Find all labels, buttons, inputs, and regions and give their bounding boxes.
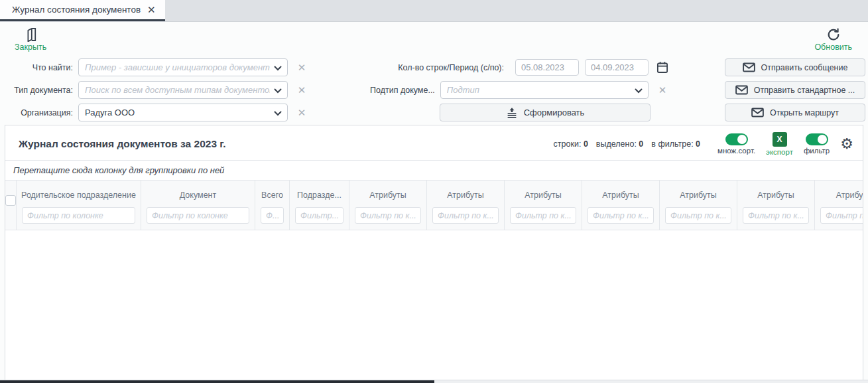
column-header[interactable]: Атрибуты Фильтр по к...	[582, 181, 660, 230]
stat-selected: выделено: 0	[596, 139, 643, 149]
tab-close-icon[interactable]: ✕	[147, 4, 156, 16]
export-label: экспорт	[766, 148, 793, 156]
filter-left-column: Что найти: Пример - зависшие у инициатор…	[5, 58, 308, 126]
filter-toggle[interactable]: фильтр	[804, 133, 830, 155]
panel-header: Журнал состояния документов за 2023 г. с…	[5, 125, 863, 160]
filter-middle-column: Кол-во строк/Период (с/по): 05.08.2023 0…	[370, 58, 668, 126]
generate-button[interactable]: Сформировать	[440, 104, 651, 121]
app-window: Журнал состояния документов ✕ Закрыть Об…	[0, 0, 868, 383]
chevron-down-icon[interactable]	[635, 88, 643, 94]
column-header-label: Атрибуты	[660, 181, 737, 207]
clear-org-icon[interactable]: ✕	[296, 107, 308, 119]
what-placeholder: Пример - зависшие у инициаторов документ…	[85, 62, 270, 72]
clear-what-icon[interactable]: ✕	[296, 62, 308, 74]
group-by-dropzone[interactable]: Перетащите сюда колонку для группировки …	[5, 160, 863, 180]
horizontal-scrollbar[interactable]	[0, 380, 868, 383]
close-button-label: Закрыть	[15, 42, 46, 52]
doctype-placeholder: Поиск по всем доступным типам документов	[85, 85, 270, 95]
refresh-icon	[826, 27, 841, 42]
column-header[interactable]: Родительское подразделение Фильтр по кол…	[17, 181, 141, 230]
column-header[interactable]: Атрибуты Фильтр по к...	[815, 181, 863, 230]
calendar-icon[interactable]	[656, 61, 668, 74]
journal-panel: Журнал состояния документов за 2023 г. с…	[5, 125, 863, 383]
column-header-label: Атрибуты	[815, 181, 863, 207]
toolbar: Закрыть Обновить	[0, 22, 868, 56]
subtype-label: Подтип докуме...	[370, 86, 440, 95]
column-filter-input[interactable]: Фильтр по к...	[432, 207, 499, 224]
org-select[interactable]: Радуга ООО	[78, 104, 288, 121]
generate-icon	[506, 107, 518, 119]
excel-icon[interactable]: X	[773, 132, 787, 147]
column-filter-input[interactable]: Фильтр по к...	[743, 207, 809, 224]
column-filter-input[interactable]: Фильтр по к...	[355, 207, 421, 224]
column-filter-input[interactable]: Ф...	[261, 207, 284, 224]
column-filter-input[interactable]: Фильтр по колонке	[22, 207, 135, 224]
door-icon	[25, 27, 36, 42]
column-header-label: Атрибуты	[582, 181, 659, 207]
export-button[interactable]: X экспорт	[766, 132, 793, 156]
column-header[interactable]: Документ Фильтр по колонке	[141, 181, 255, 230]
stat-filtered: в фильтре: 0	[651, 139, 700, 149]
toggle-on-icon[interactable]	[806, 133, 828, 145]
send-standard-label: Отправить стандартное ...	[754, 86, 855, 95]
horizontal-scrollbar-thumb[interactable]	[0, 380, 434, 383]
date-to-input[interactable]: 04.09.2023	[585, 59, 649, 76]
column-header[interactable]: Подразде... Фильтр...	[290, 181, 349, 230]
column-header[interactable]: Атрибуты Фильтр по к...	[349, 181, 427, 230]
clear-doctype-icon[interactable]: ✕	[296, 84, 308, 96]
refresh-button-label: Обновить	[814, 42, 852, 52]
column-filter-input[interactable]: Фильтр по колонке	[147, 207, 249, 224]
open-route-label: Открыть маршрут	[770, 108, 839, 117]
column-header[interactable]: Атрибуты Фильтр по к...	[505, 181, 582, 230]
column-header-label: Атрибуты	[737, 181, 814, 207]
panel-title: Журнал состояния документов за 2023 г.	[19, 138, 226, 150]
column-filter-input[interactable]: Фильтр по к...	[588, 207, 654, 224]
column-header[interactable]: Атрибуты Фильтр по к...	[737, 181, 815, 230]
column-header-label: Атрибуты	[427, 181, 504, 207]
filter-area: Что найти: Пример - зависшие у инициатор…	[0, 56, 868, 125]
doctype-select[interactable]: Поиск по всем доступным типам документов	[78, 81, 288, 99]
multisort-toggle[interactable]: множ.сорт.	[717, 133, 755, 155]
grid-stats: строки: 0 выделено: 0 в фильтре: 0	[554, 139, 700, 149]
clear-subtype-icon[interactable]: ✕	[656, 84, 668, 96]
close-button[interactable]: Закрыть	[15, 27, 46, 52]
gear-icon[interactable]: ⚙	[840, 137, 853, 151]
subtype-select[interactable]: Подтип	[440, 81, 649, 99]
column-header-label: Документ	[141, 181, 255, 207]
table-columns: Родительское подразделение Фильтр по кол…	[17, 181, 863, 230]
what-label: Что найти:	[5, 63, 78, 72]
date-from-input[interactable]: 05.08.2023	[515, 59, 579, 76]
column-filter-input[interactable]: Фильтр по к...	[665, 207, 731, 224]
chevron-down-icon[interactable]	[274, 111, 282, 116]
period-label: Кол-во строк/Период (с/по):	[398, 63, 509, 72]
panel-header-controls: строки: 0 выделено: 0 в фильтре: 0 множ.…	[554, 132, 853, 156]
filter-right-column: Отправить сообщение Отправить стандартно…	[725, 58, 865, 126]
tab-label: Журнал состояния документов	[12, 5, 141, 15]
column-header[interactable]: Всего Ф...	[255, 181, 290, 230]
envelope-icon	[743, 62, 755, 72]
column-filter-input[interactable]: Фильтр по к...	[820, 207, 863, 224]
table-header-row: Родительское подразделение Фильтр по кол…	[5, 180, 863, 230]
select-all-cell	[5, 181, 17, 230]
column-header-label: Атрибуты	[349, 181, 426, 207]
refresh-button[interactable]: Обновить	[814, 27, 852, 52]
what-select[interactable]: Пример - зависшие у инициаторов документ…	[78, 58, 288, 76]
tab-journal[interactable]: Журнал состояния документов ✕	[0, 0, 165, 21]
open-route-button[interactable]: Открыть маршрут	[725, 104, 865, 121]
column-header[interactable]: Атрибуты Фильтр по к...	[660, 181, 737, 230]
column-header[interactable]: Атрибуты Фильтр по к...	[427, 181, 505, 230]
column-filter-input[interactable]: Фильтр...	[295, 207, 343, 224]
send-message-button[interactable]: Отправить сообщение	[725, 58, 865, 76]
subtype-placeholder: Подтип	[447, 85, 631, 95]
chevron-down-icon[interactable]	[274, 88, 282, 94]
column-filter-input[interactable]: Фильтр по к...	[510, 207, 576, 224]
chevron-down-icon[interactable]	[274, 66, 282, 71]
generate-button-label: Сформировать	[524, 108, 585, 117]
org-label: Организация:	[5, 108, 78, 117]
select-all-checkbox[interactable]	[5, 195, 16, 206]
multisort-toggle-label: множ.сорт.	[717, 147, 755, 155]
send-standard-button[interactable]: Отправить стандартное ...	[725, 81, 865, 99]
table-body-empty[interactable]	[5, 230, 863, 382]
toggle-on-icon[interactable]	[725, 133, 748, 145]
column-header-label: Подразде...	[290, 181, 349, 207]
